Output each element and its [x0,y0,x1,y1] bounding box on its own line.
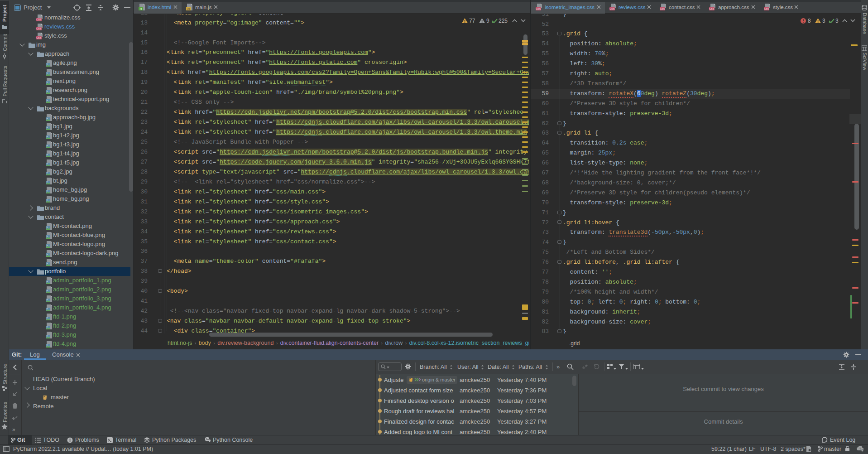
svg-text:CSS: CSS [660,7,665,10]
svg-text:CSS: CSS [609,7,614,10]
svg-text:?: ? [859,447,861,450]
svg-text:JS: JS [187,8,190,10]
svg-text:CSS: CSS [709,7,714,10]
svg-text:CSS: CSS [36,18,41,21]
svg-text:CSS: CSS [36,27,41,30]
svg-text:CSS: CSS [36,36,41,39]
svg-text:CSS: CSS [764,7,769,10]
svg-text:CSS: CSS [536,7,541,10]
svg-text:H: H [140,7,142,10]
